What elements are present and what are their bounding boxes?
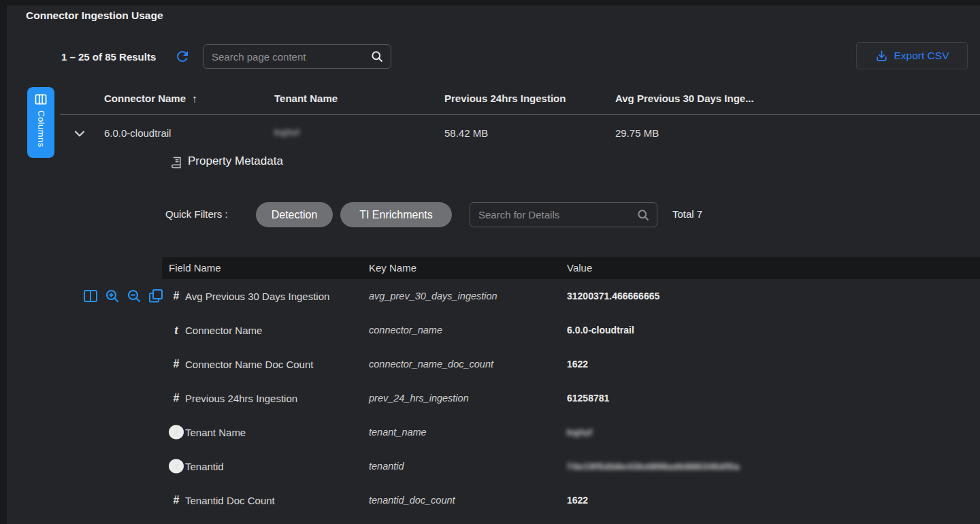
field-type-icon: #	[169, 358, 184, 370]
chevron-down-icon	[71, 133, 88, 144]
frame-left	[0, 0, 7, 524]
split-columns-button[interactable]	[82, 288, 99, 305]
refresh-button[interactable]	[174, 48, 191, 66]
field-name: Tenant Name	[185, 427, 246, 438]
key-name: tenant_name	[369, 427, 427, 438]
field-value: 6.0.0-cloudtrail	[567, 325, 634, 335]
page-title: Connector Ingestion Usage	[26, 10, 163, 22]
download-icon	[875, 50, 888, 63]
field-name: Avg Previous 30 Days Ingestion	[185, 291, 329, 302]
search-icon	[636, 208, 650, 222]
key-name: connector_name	[369, 325, 442, 335]
cell-tenant-name-redacted: hqfuf	[274, 127, 299, 137]
detail-table-row: # Connector Name Doc Count connector_nam…	[162, 347, 980, 381]
field-name: Previous 24hrs Ingestion	[185, 393, 297, 404]
row-expand-chevron[interactable]	[71, 125, 88, 143]
field-type-icon: #	[169, 494, 184, 506]
key-name: avg_prev_30_days_ingestion	[369, 291, 497, 301]
field-name: Connector Name Doc Count	[185, 359, 313, 370]
export-csv-label: Export CSV	[894, 50, 949, 62]
page-search-input[interactable]	[203, 51, 370, 63]
field-name: Tenantid Doc Count	[185, 495, 275, 506]
results-summary: 1 – 25 of 85 Results	[61, 51, 156, 63]
detail-header-field-name: Field Name	[169, 262, 221, 274]
field-value-redacted: hqfuf	[567, 427, 592, 438]
field-type-icon: #	[169, 392, 184, 404]
sort-ascending-icon: ↑	[192, 93, 197, 104]
frame-top	[0, 0, 980, 5]
header-connector-name-label: Connector Name	[104, 93, 186, 104]
details-search	[470, 202, 657, 227]
key-name: tenantid	[369, 461, 404, 472]
detail-header-key-name: Key Name	[369, 262, 416, 274]
zoom-in-button[interactable]	[103, 288, 120, 305]
detail-table-row: # Avg Previous 30 Days Ingestion avg_pre…	[162, 279, 980, 313]
detail-table-row: t Tenant Name tenant_name hqfuf	[162, 415, 980, 449]
field-type-icon: t	[169, 459, 184, 474]
detail-table-row: t Tenantid tenantid 74e19f5db8e43bd898ad…	[162, 449, 980, 483]
filter-detection-button[interactable]: Detection	[256, 202, 333, 227]
refresh-icon	[174, 56, 191, 67]
detail-table-row: t Connector Name connector_name 6.0.0-cl…	[162, 313, 980, 347]
detail-header-value: Value	[567, 262, 592, 274]
search-icon	[370, 50, 384, 63]
field-value: 1622	[567, 359, 588, 370]
cell-connector-name: 6.0.0-cloudtrail	[104, 127, 171, 139]
detail-table-tools	[82, 288, 164, 305]
book-icon	[169, 156, 183, 172]
field-type-icon: t	[169, 323, 184, 338]
page-search	[203, 44, 391, 69]
detail-table-rows: # Avg Previous 30 Days Ingestion avg_pre…	[162, 279, 980, 517]
table-columns-icon	[35, 94, 47, 105]
field-type-icon: t	[169, 425, 184, 440]
cell-avg-30-days: 29.75 MB	[615, 127, 659, 139]
key-name: tenantid_doc_count	[369, 495, 455, 506]
columns-tab-label: Columns	[36, 110, 46, 148]
field-value-redacted: 74e19f5db8e43bd898adb886346df0a	[567, 461, 740, 472]
property-metadata-title: Property Metadata	[188, 154, 283, 168]
field-name: Tenantid	[185, 461, 224, 472]
header-prev-24hrs[interactable]: Previous 24hrs Ingestion	[444, 93, 566, 104]
field-value: 31200371.466666665	[567, 291, 659, 301]
details-search-input[interactable]	[470, 209, 636, 220]
detail-table-row: # Tenantid Doc Count tenantid_doc_count …	[162, 483, 980, 517]
zoom-out-button[interactable]	[125, 288, 142, 305]
detail-table-row: # Previous 24hrs Ingestion prev_24_hrs_i…	[162, 381, 980, 415]
header-avg-30-days[interactable]: Avg Previous 30 Days Inge...	[615, 93, 754, 104]
field-value: 61258781	[567, 393, 609, 404]
quick-filters-label: Quick Filters :	[165, 208, 228, 220]
field-type-icon: #	[169, 290, 184, 302]
field-name: Connector Name	[185, 325, 262, 336]
filter-ti-enrichments-button[interactable]: TI Enrichments	[340, 202, 452, 227]
key-name: prev_24_hrs_ingestion	[369, 393, 469, 404]
total-count-label: Total 7	[672, 208, 702, 220]
key-name: connector_name_doc_count	[369, 359, 493, 370]
header-tenant-name[interactable]: Tenant Name	[274, 93, 338, 104]
header-connector-name[interactable]: Connector Name ↑	[104, 93, 197, 104]
header-divider	[60, 114, 980, 115]
export-csv-button[interactable]: Export CSV	[856, 42, 968, 69]
field-value: 1622	[567, 495, 588, 506]
cell-prev-24hrs: 58.42 MB	[444, 127, 488, 139]
detail-table-header: Field Name Key Name Value	[162, 257, 980, 279]
connector-ingestion-usage-page: Connector Ingestion Usage 1 – 25 of 85 R…	[0, 0, 980, 524]
columns-tab[interactable]: Columns	[27, 87, 54, 158]
